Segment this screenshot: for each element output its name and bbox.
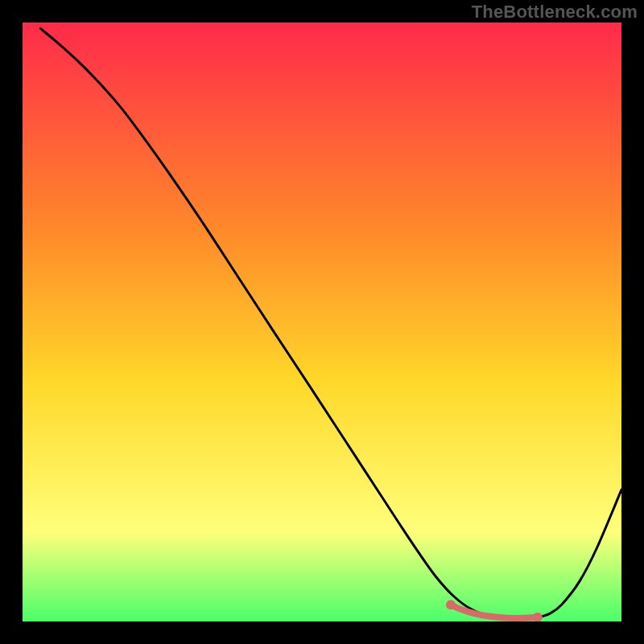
- chart-svg: [23, 23, 621, 621]
- optimal-range-start-dot: [446, 600, 456, 609]
- bottleneck-chart: [23, 23, 621, 621]
- gradient-background: [23, 23, 621, 621]
- watermark-text: TheBottleneck.com: [472, 2, 638, 23]
